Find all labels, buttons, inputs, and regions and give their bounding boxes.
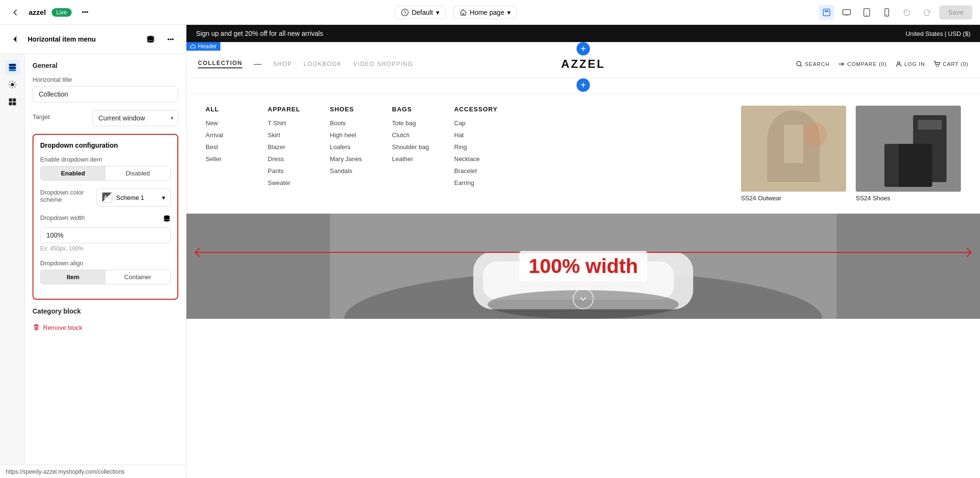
- default-label: Default: [412, 9, 433, 16]
- enable-toggle-group: Enabled Disabled: [40, 166, 171, 181]
- top-bar-left: azzel Live •••: [8, 5, 93, 20]
- list-item[interactable]: Cap: [454, 120, 498, 127]
- enable-disabled-button[interactable]: Disabled: [106, 166, 171, 180]
- plus-top-button[interactable]: +: [577, 42, 590, 55]
- dropdown-align-label: Dropdown align: [40, 260, 171, 267]
- svg-point-7: [886, 14, 887, 15]
- list-item[interactable]: Leather: [392, 155, 435, 163]
- preview-img-shoes: SS24 Shoes: [856, 106, 961, 202]
- desktop-view-button[interactable]: [839, 5, 854, 20]
- svg-rect-37: [186, 214, 330, 319]
- target-row: Target Current window New window: [33, 110, 178, 126]
- target-select-wrapper: Current window New window: [92, 110, 178, 126]
- back-button[interactable]: [8, 5, 23, 20]
- list-item[interactable]: Shoulder bag: [392, 143, 435, 151]
- nav-cart-label: CART (0): [943, 61, 969, 67]
- dropdown-width-input[interactable]: [40, 227, 171, 243]
- list-item[interactable]: Clutch: [392, 131, 435, 139]
- sidebar-more-button[interactable]: •••: [163, 32, 178, 47]
- chevron-down-icon-scheme: ▾: [162, 194, 165, 201]
- save-button[interactable]: Save: [939, 5, 972, 20]
- svg-rect-13: [9, 98, 12, 101]
- svg-rect-15: [9, 102, 12, 105]
- nav-link-video[interactable]: VIDEO SHOPPING: [353, 61, 413, 67]
- nav-link-shop[interactable]: SHOP: [273, 61, 292, 67]
- enable-enabled-button[interactable]: Enabled: [41, 166, 106, 180]
- undo-button[interactable]: [899, 5, 915, 20]
- redo-button[interactable]: [919, 5, 935, 20]
- sidebar-nav-grid[interactable]: [5, 94, 20, 109]
- list-item[interactable]: High heel: [330, 131, 373, 139]
- ellipsis-icon: •••: [82, 9, 88, 16]
- svg-rect-25: [784, 125, 803, 163]
- mega-col-bags: BAGS Tote bag Clutch Shoulder bag Leathe…: [392, 106, 435, 202]
- list-item[interactable]: Hat: [454, 131, 498, 139]
- nav-search-label: SEARCH: [805, 61, 830, 67]
- chevron-down-icon: ▾: [436, 9, 439, 16]
- list-item[interactable]: Tote bag: [392, 120, 435, 127]
- svg-point-26: [803, 122, 827, 146]
- scheme-value: Scheme 1: [116, 194, 144, 201]
- mobile-view-button[interactable]: [879, 5, 894, 20]
- dropdown-width-hint: Ex: 450px, 100%: [40, 245, 171, 252]
- target-select[interactable]: Current window New window: [92, 110, 178, 126]
- list-item[interactable]: Sweater: [268, 179, 311, 186]
- plus-bottom-button[interactable]: +: [577, 78, 590, 92]
- nav-cart[interactable]: CART (0): [934, 61, 969, 67]
- dropdown-width-field: Dropdown width Ex: 450px, 100%: [40, 214, 171, 252]
- align-container-button[interactable]: Container: [106, 270, 171, 284]
- sidebar-inner: General Horizontal title Target Current …: [0, 54, 186, 465]
- color-scheme-selector[interactable]: Aa Scheme 1 ▾: [97, 188, 171, 206]
- list-item[interactable]: Best: [206, 143, 249, 151]
- nav-compare[interactable]: COMPARE (0): [838, 61, 886, 67]
- nav-login[interactable]: LOG IN: [895, 61, 925, 67]
- nav-login-label: LOG IN: [904, 61, 925, 67]
- list-item[interactable]: Boots: [330, 120, 373, 127]
- horizontal-title-input[interactable]: [33, 86, 178, 102]
- enable-dropdown-label: Enable dropdown item: [40, 156, 171, 163]
- list-item[interactable]: Ring: [454, 143, 498, 151]
- remove-block-button[interactable]: Remove block: [33, 322, 82, 333]
- list-item[interactable]: Skirt: [268, 131, 311, 139]
- tablet-view-button[interactable]: [859, 5, 874, 20]
- nav-link-lookbook[interactable]: LOOKBOOK: [304, 61, 342, 67]
- sidebar-db-icon[interactable]: [143, 32, 158, 47]
- enable-dropdown-field: Enable dropdown item Enabled Disabled: [40, 156, 171, 181]
- list-item[interactable]: Dress: [268, 155, 311, 163]
- nav-dash: —: [254, 60, 261, 68]
- align-item-button[interactable]: Item: [41, 270, 106, 284]
- list-item[interactable]: Seller: [206, 155, 249, 163]
- mega-col-all: ALL New Arrival Best Seller: [206, 106, 249, 202]
- nav-link-collection[interactable]: COLLECTION: [198, 60, 242, 68]
- select-tool-button[interactable]: [819, 5, 834, 20]
- list-item[interactable]: Bracelet: [454, 167, 498, 174]
- sidebar-back-button[interactable]: [8, 32, 23, 47]
- list-item[interactable]: Blazer: [268, 143, 311, 151]
- default-dropdown[interactable]: Default ▾: [395, 6, 445, 19]
- scroll-down-button[interactable]: [573, 288, 594, 309]
- svg-rect-2: [825, 11, 828, 12]
- homepage-dropdown[interactable]: Home page ▾: [453, 6, 517, 19]
- header-tag: Header: [186, 42, 220, 51]
- nav-search[interactable]: SEARCH: [796, 61, 830, 67]
- list-item[interactable]: New: [206, 120, 249, 127]
- mega-menu-columns: ALL New Arrival Best Seller APPAREL T Sh…: [206, 106, 741, 202]
- list-item[interactable]: Necklace: [454, 155, 498, 163]
- list-item[interactable]: Arrival: [206, 131, 249, 139]
- list-item[interactable]: Pants: [268, 167, 311, 174]
- more-button[interactable]: •••: [77, 5, 93, 20]
- svg-rect-31: [884, 144, 899, 187]
- sidebar-nav-layers[interactable]: [5, 60, 20, 75]
- list-item[interactable]: Loafers: [330, 143, 373, 151]
- align-toggle-group: Item Container: [40, 270, 171, 284]
- category-section-title: Category block: [33, 307, 178, 315]
- shoes-label: SS24 Shoes: [856, 195, 961, 202]
- list-item[interactable]: Sandals: [330, 167, 373, 174]
- lower-section: 100% width: [186, 214, 980, 319]
- mega-col-apparel: APPAREL T Shirt Skirt Blazer Dress Pants…: [268, 106, 311, 202]
- list-item[interactable]: Earring: [454, 179, 498, 186]
- list-item[interactable]: Mary Janes: [330, 155, 373, 163]
- mega-menu: ALL New Arrival Best Seller APPAREL T Sh…: [186, 94, 980, 214]
- sidebar-nav-settings[interactable]: [5, 77, 20, 92]
- list-item[interactable]: T Shirt: [268, 120, 311, 127]
